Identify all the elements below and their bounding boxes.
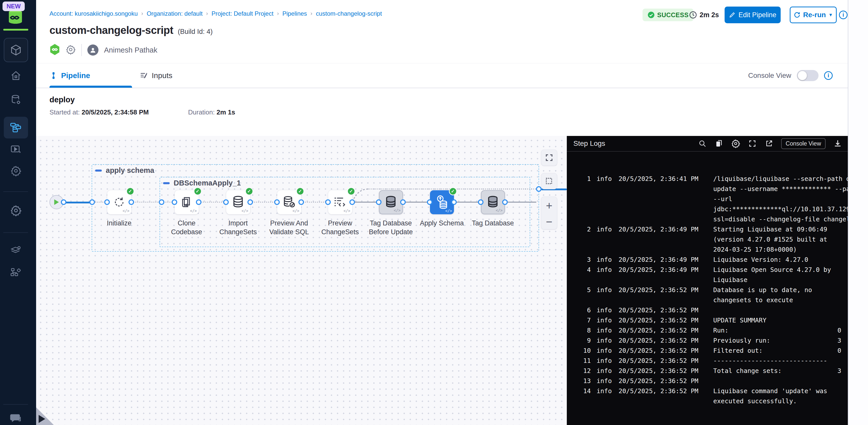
node-code-icon: </> — [241, 209, 248, 213]
sidebar-item-home[interactable] — [4, 66, 28, 85]
cube-icon — [9, 44, 23, 57]
connector-port[interactable] — [274, 199, 280, 205]
rerun-info-icon[interactable]: i — [839, 10, 847, 19]
zoom-out-button[interactable]: − — [546, 218, 552, 226]
node-success-check-icon: ✓ — [245, 187, 253, 195]
node-code-icon: </> — [122, 209, 129, 213]
pipeline-node-preview-changesets[interactable]: ✓</> — [328, 190, 352, 214]
sidebar-item-gear[interactable] — [4, 162, 28, 180]
connector-port[interactable] — [247, 199, 253, 205]
download-logs-icon[interactable] — [833, 139, 842, 148]
connector-port[interactable] — [376, 199, 381, 205]
connector-port[interactable] — [172, 199, 177, 205]
edit-pipeline-button[interactable]: Edit Pipeline — [724, 6, 781, 23]
connector-port[interactable] — [451, 199, 457, 205]
sidebar-divider — [3, 232, 28, 233]
log-level: info — [597, 174, 612, 184]
console-view-info-icon[interactable]: i — [824, 71, 833, 80]
search-icon[interactable] — [698, 139, 707, 148]
log-line-number: 5 — [567, 285, 591, 295]
copy-icon[interactable] — [714, 139, 723, 148]
connector-port[interactable] — [325, 199, 331, 205]
fullscreen-icon[interactable] — [748, 139, 757, 148]
connector-port[interactable] — [89, 199, 95, 205]
sidebar-item-layers-gear[interactable] — [4, 240, 28, 259]
pipeline-node-tag-database[interactable]: </> — [481, 190, 505, 214]
right-collapsed-panel[interactable] — [848, 0, 868, 425]
stage-summary: deploy Started at: 20/5/2025, 2:34:58 PM… — [36, 88, 848, 136]
node-success-check-icon: ✓ — [449, 187, 457, 195]
expand-left-panel-arrow-icon[interactable] — [39, 415, 45, 423]
console-view-toggle[interactable] — [797, 70, 818, 81]
log-message: Liquibase Open Source 4.27.0 by — [713, 265, 848, 275]
log-line: 1info20/5/2025, 2:36:41 PM/liquibase/liq… — [567, 174, 848, 184]
module-selector-button[interactable] — [4, 38, 28, 62]
harness-db-devops-logo-icon[interactable] — [7, 9, 24, 25]
rerun-button[interactable]: Re-run ▼ — [790, 6, 837, 23]
log-line-number: 14 — [567, 386, 591, 396]
settings-icon[interactable] — [731, 139, 740, 148]
log-message: ------------------------------ — [713, 356, 848, 366]
connector-port[interactable] — [478, 199, 484, 205]
breadcrumb-item[interactable]: custom-changelog-script — [316, 10, 382, 17]
sidebar-item-help-chat[interactable]: ? — [4, 409, 28, 425]
log-body[interactable]: 1info20/5/2025, 2:36:41 PM/liquibase/liq… — [567, 152, 848, 425]
tab-pipeline[interactable]: Pipeline — [50, 63, 90, 88]
connector-port[interactable] — [223, 199, 229, 205]
sidebar-item-pipelines[interactable] — [4, 117, 28, 139]
open-new-tab-icon[interactable] — [765, 139, 774, 148]
stage-name: deploy — [50, 95, 75, 104]
breadcrumb: Account: kurosakiichigo.songoku›Organiza… — [50, 10, 382, 17]
log-line-number: 10 — [567, 346, 591, 356]
connector-port[interactable] — [299, 199, 304, 205]
connector-port[interactable] — [61, 199, 66, 205]
connector-port[interactable] — [104, 199, 110, 205]
collapse-group-icon[interactable] — [163, 182, 170, 184]
log-message: ssl=disable --changelog-file changelo — [713, 214, 848, 224]
sidebar-item-orgchart-gear[interactable] — [4, 263, 28, 282]
pipelines-icon — [10, 122, 22, 133]
pipeline-link — [454, 202, 481, 203]
connector-port[interactable] — [349, 199, 355, 205]
logs-console-view-button[interactable]: Console View — [781, 138, 826, 149]
connector-port[interactable] — [427, 199, 433, 205]
pipeline-node-clone-codebase[interactable]: ✓</> — [175, 190, 199, 214]
tab-inputs[interactable]: Inputs — [140, 63, 173, 88]
pipeline-node-preview-validate[interactable]: ✓</> — [277, 190, 301, 214]
pipeline-link — [250, 202, 277, 203]
pencil-icon — [729, 11, 736, 18]
log-message: UPDATE SUMMARY — [713, 315, 848, 325]
connector-port[interactable] — [128, 199, 134, 205]
pipeline-link — [505, 202, 536, 203]
connector-port[interactable] — [159, 199, 164, 205]
breadcrumb-item[interactable]: Account: kurosakiichigo.songoku — [50, 10, 138, 17]
breadcrumb-item[interactable]: Project: Default Project — [212, 10, 273, 17]
pipeline-node-initialize[interactable]: ✓</> — [107, 190, 131, 214]
zoom-in-button[interactable]: + — [546, 201, 552, 211]
pipeline-node-import-changesets[interactable]: ✓</> — [226, 190, 250, 214]
node-code-icon: </> — [343, 209, 350, 213]
connector-port[interactable] — [536, 186, 541, 192]
pipeline-node-tag-db-before[interactable]: </> — [379, 190, 403, 214]
log-line-number: 1 — [567, 174, 591, 184]
connector-port[interactable] — [196, 199, 202, 205]
canvas-select-button[interactable] — [541, 173, 557, 189]
sidebar-item-executions[interactable] — [4, 140, 28, 159]
log-timestamp: 20/5/2025, 2:36:52 PM — [619, 386, 698, 396]
log-message: executed successfully. — [713, 396, 848, 406]
log-message: Liquibase command 'update' was — [713, 386, 848, 396]
connector-port[interactable] — [502, 199, 508, 205]
breadcrumb-item[interactable]: Organization: default — [147, 10, 203, 17]
group-label: DBSchemaApply_1 — [163, 179, 241, 187]
log-timestamp: 20/5/2025, 2:36:52 PM — [619, 356, 698, 366]
breadcrumb-item[interactable]: Pipelines — [282, 10, 307, 17]
pipeline-node-apply-schema[interactable]: ✓</> — [430, 190, 454, 214]
connector-port[interactable] — [400, 199, 406, 205]
sidebar-item-database-settings[interactable] — [4, 90, 28, 109]
sidebar-item-gear2[interactable] — [4, 201, 28, 220]
pipeline-settings-gear-icon[interactable] — [66, 45, 76, 56]
collapse-group-icon[interactable] — [95, 170, 102, 172]
log-level: info — [597, 356, 612, 366]
status-badge: SUCCESS — [643, 8, 693, 21]
canvas-fullscreen-button[interactable] — [541, 149, 557, 166]
